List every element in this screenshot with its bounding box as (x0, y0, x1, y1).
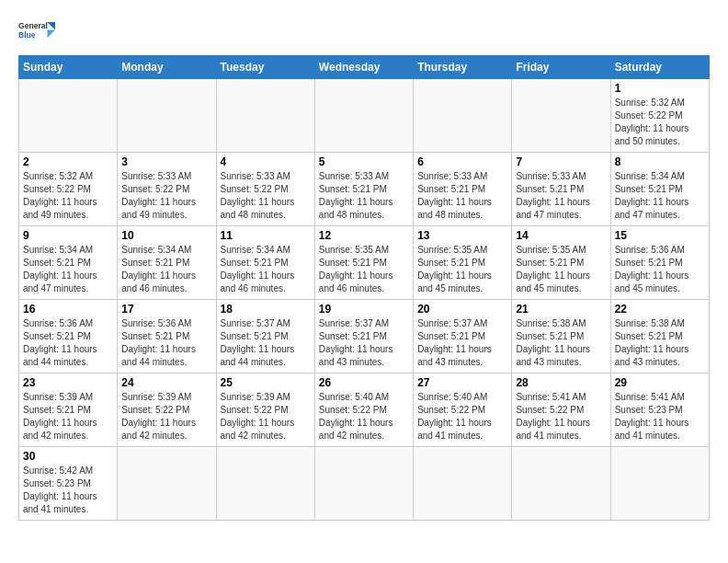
day-sun-info: Sunrise: 5:37 AMSunset: 5:21 PMDaylight:… (221, 317, 311, 369)
calendar-day-cell: 28Sunrise: 5:41 AMSunset: 5:22 PMDayligh… (512, 373, 610, 447)
weekday-header-wednesday: Wednesday (314, 56, 413, 79)
day-number: 13 (417, 229, 507, 242)
day-number: 16 (23, 303, 113, 316)
day-number: 2 (23, 155, 113, 168)
day-sun-info: Sunrise: 5:32 AMSunset: 5:22 PMDaylight:… (23, 170, 113, 222)
calendar-day-cell (610, 447, 709, 521)
day-number: 29 (615, 376, 705, 389)
day-sun-info: Sunrise: 5:36 AMSunset: 5:21 PMDaylight:… (615, 244, 705, 295)
day-sun-info: Sunrise: 5:36 AMSunset: 5:21 PMDaylight:… (23, 317, 113, 369)
day-number: 18 (221, 303, 311, 316)
day-sun-info: Sunrise: 5:39 AMSunset: 5:22 PMDaylight:… (221, 391, 311, 442)
calendar-day-cell: 7Sunrise: 5:33 AMSunset: 5:21 PMDaylight… (512, 153, 610, 226)
calendar-day-cell: 22Sunrise: 5:38 AMSunset: 5:21 PMDayligh… (610, 300, 709, 373)
day-number: 17 (121, 303, 211, 316)
weekday-header-thursday: Thursday (414, 56, 512, 79)
day-sun-info: Sunrise: 5:40 AMSunset: 5:22 PMDaylight:… (319, 391, 409, 442)
calendar-day-cell: 2Sunrise: 5:32 AMSunset: 5:22 PMDaylight… (19, 153, 118, 226)
day-number: 4 (221, 155, 311, 168)
calendar-day-cell: 18Sunrise: 5:37 AMSunset: 5:21 PMDayligh… (216, 300, 314, 373)
calendar-day-cell (216, 447, 314, 521)
calendar-week-row: 23Sunrise: 5:39 AMSunset: 5:21 PMDayligh… (19, 373, 710, 447)
calendar-day-cell: 4Sunrise: 5:33 AMSunset: 5:22 PMDaylight… (216, 153, 314, 226)
day-sun-info: Sunrise: 5:33 AMSunset: 5:21 PMDaylight:… (319, 170, 409, 222)
day-sun-info: Sunrise: 5:33 AMSunset: 5:22 PMDaylight:… (221, 170, 311, 222)
calendar-day-cell: 3Sunrise: 5:33 AMSunset: 5:22 PMDaylight… (118, 153, 216, 226)
calendar-week-row: 16Sunrise: 5:36 AMSunset: 5:21 PMDayligh… (19, 300, 710, 373)
day-sun-info: Sunrise: 5:35 AMSunset: 5:21 PMDaylight:… (417, 244, 507, 295)
calendar-day-cell: 14Sunrise: 5:35 AMSunset: 5:21 PMDayligh… (512, 226, 610, 300)
day-sun-info: Sunrise: 5:33 AMSunset: 5:21 PMDaylight:… (516, 170, 606, 222)
calendar-day-cell (512, 79, 610, 153)
generalblue-logo-icon: General Blue (18, 18, 55, 44)
day-number: 30 (23, 450, 113, 463)
calendar-day-cell: 5Sunrise: 5:33 AMSunset: 5:21 PMDaylight… (314, 153, 413, 226)
day-sun-info: Sunrise: 5:41 AMSunset: 5:22 PMDaylight:… (516, 391, 606, 442)
day-number: 25 (221, 376, 311, 389)
day-number: 1 (615, 82, 705, 95)
day-sun-info: Sunrise: 5:33 AMSunset: 5:21 PMDaylight:… (417, 170, 507, 222)
day-number: 10 (121, 229, 211, 242)
calendar-header: SundayMondayTuesdayWednesdayThursdayFrid… (19, 56, 710, 79)
day-sun-info: Sunrise: 5:41 AMSunset: 5:23 PMDaylight:… (615, 391, 705, 442)
calendar-day-cell: 10Sunrise: 5:34 AMSunset: 5:21 PMDayligh… (118, 226, 216, 300)
day-number: 24 (121, 376, 211, 389)
calendar-day-cell: 27Sunrise: 5:40 AMSunset: 5:22 PMDayligh… (414, 373, 512, 447)
day-number: 12 (319, 229, 409, 242)
page-header: General Blue (18, 18, 710, 46)
day-sun-info: Sunrise: 5:32 AMSunset: 5:22 PMDaylight:… (615, 97, 705, 148)
calendar-day-cell: 6Sunrise: 5:33 AMSunset: 5:21 PMDaylight… (414, 153, 512, 226)
day-number: 14 (516, 229, 606, 242)
day-number: 26 (319, 376, 409, 389)
day-sun-info: Sunrise: 5:39 AMSunset: 5:21 PMDaylight:… (23, 391, 113, 442)
calendar-day-cell (314, 79, 413, 153)
calendar-body: 1Sunrise: 5:32 AMSunset: 5:22 PMDaylight… (19, 79, 710, 521)
day-sun-info: Sunrise: 5:35 AMSunset: 5:21 PMDaylight:… (319, 244, 409, 295)
calendar-day-cell: 23Sunrise: 5:39 AMSunset: 5:21 PMDayligh… (19, 373, 118, 447)
calendar-day-cell: 26Sunrise: 5:40 AMSunset: 5:22 PMDayligh… (314, 373, 413, 447)
calendar-day-cell: 11Sunrise: 5:34 AMSunset: 5:21 PMDayligh… (216, 226, 314, 300)
day-sun-info: Sunrise: 5:34 AMSunset: 5:21 PMDaylight:… (221, 244, 311, 295)
calendar-day-cell (414, 79, 512, 153)
calendar-week-row: 30Sunrise: 5:42 AMSunset: 5:23 PMDayligh… (19, 447, 710, 521)
day-sun-info: Sunrise: 5:37 AMSunset: 5:21 PMDaylight:… (417, 317, 507, 369)
day-sun-info: Sunrise: 5:34 AMSunset: 5:21 PMDaylight:… (23, 244, 113, 295)
day-number: 21 (516, 303, 606, 316)
calendar-day-cell: 17Sunrise: 5:36 AMSunset: 5:21 PMDayligh… (118, 300, 216, 373)
weekday-header-sunday: Sunday (19, 56, 118, 79)
weekday-header-monday: Monday (118, 56, 216, 79)
calendar-day-cell (216, 79, 314, 153)
day-sun-info: Sunrise: 5:39 AMSunset: 5:22 PMDaylight:… (121, 391, 211, 442)
day-number: 19 (319, 303, 409, 316)
svg-marker-3 (47, 30, 55, 39)
day-number: 27 (417, 376, 507, 389)
day-sun-info: Sunrise: 5:40 AMSunset: 5:22 PMDaylight:… (417, 391, 507, 442)
calendar-day-cell: 20Sunrise: 5:37 AMSunset: 5:21 PMDayligh… (414, 300, 512, 373)
day-sun-info: Sunrise: 5:38 AMSunset: 5:21 PMDaylight:… (615, 317, 705, 369)
svg-text:General: General (18, 21, 48, 30)
calendar-day-cell: 15Sunrise: 5:36 AMSunset: 5:21 PMDayligh… (610, 226, 709, 300)
logo-area: General Blue (18, 18, 55, 46)
day-number: 20 (417, 303, 507, 316)
day-number: 15 (615, 229, 705, 242)
day-sun-info: Sunrise: 5:37 AMSunset: 5:21 PMDaylight:… (319, 317, 409, 369)
calendar-day-cell: 12Sunrise: 5:35 AMSunset: 5:21 PMDayligh… (314, 226, 413, 300)
day-number: 28 (516, 376, 606, 389)
calendar-week-row: 1Sunrise: 5:32 AMSunset: 5:22 PMDaylight… (19, 79, 710, 153)
weekday-header-friday: Friday (512, 56, 610, 79)
day-number: 3 (121, 155, 211, 168)
day-sun-info: Sunrise: 5:38 AMSunset: 5:21 PMDaylight:… (516, 317, 606, 369)
svg-marker-2 (47, 22, 55, 30)
day-number: 22 (615, 303, 705, 316)
calendar-day-cell: 21Sunrise: 5:38 AMSunset: 5:21 PMDayligh… (512, 300, 610, 373)
calendar-day-cell (19, 79, 118, 153)
day-number: 7 (516, 155, 606, 168)
day-number: 8 (615, 155, 705, 168)
day-sun-info: Sunrise: 5:35 AMSunset: 5:21 PMDaylight:… (516, 244, 606, 295)
day-number: 6 (417, 155, 507, 168)
calendar-day-cell: 16Sunrise: 5:36 AMSunset: 5:21 PMDayligh… (19, 300, 118, 373)
calendar-day-cell: 8Sunrise: 5:34 AMSunset: 5:21 PMDaylight… (610, 153, 709, 226)
day-number: 5 (319, 155, 409, 168)
svg-text:Blue: Blue (18, 30, 36, 40)
calendar-day-cell: 24Sunrise: 5:39 AMSunset: 5:22 PMDayligh… (118, 373, 216, 447)
